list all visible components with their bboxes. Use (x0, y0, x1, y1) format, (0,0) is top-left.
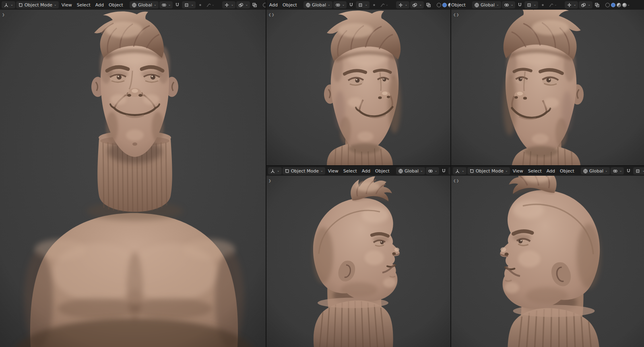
snap-settings-dropdown[interactable]: ⌄ (356, 1, 369, 8)
sculpt-three-quarter-view[interactable] (451, 10, 644, 165)
show-overlays-dropdown[interactable]: ⌄ (579, 1, 592, 8)
toggle-xray-button[interactable] (593, 2, 601, 8)
proportional-editing-icon (372, 2, 377, 8)
menu-select[interactable]: Select (75, 2, 93, 8)
editor-type-button[interactable]: ⌄ (268, 167, 282, 175)
snap-settings-dropdown[interactable]: ⌄ (524, 1, 538, 8)
proportional-falloff-dropdown[interactable]: ⌄ (205, 2, 216, 8)
sculpt-profile-view[interactable] (451, 176, 644, 347)
toggle-xray-icon (594, 2, 600, 8)
show-gizmo-dropdown[interactable]: ⌄ (222, 1, 236, 8)
pivot-point-dropdown[interactable]: ⌄ (426, 167, 440, 175)
viewport-profile-right[interactable]: ❯ (266, 176, 450, 347)
3d-viewport-editor-icon (455, 168, 460, 174)
snap-settings-dropdown[interactable]: ⌄ (182, 1, 196, 8)
pivot-point-dropdown[interactable]: ⌄ (159, 1, 173, 8)
shading-wireframe-button[interactable] (263, 3, 266, 7)
menu-select[interactable]: Select (526, 168, 544, 175)
menu-view[interactable]: View (60, 2, 74, 8)
snap-toggle[interactable] (440, 168, 448, 175)
menu-add[interactable]: Add (360, 168, 372, 175)
shading-rendered-button[interactable] (622, 3, 627, 7)
pivot-point-dropdown[interactable]: ⌄ (611, 167, 624, 175)
area-three-quarter-b: ⌄ Object Mode ⌄ View Select Add Object G… (451, 0, 644, 166)
toggle-xray-button[interactable] (425, 2, 432, 8)
transform-orientation-dropdown[interactable]: Global ⌄ (581, 167, 610, 175)
menu-object[interactable]: Object (281, 2, 299, 8)
transform-orientation-dropdown[interactable]: Global ⌄ (472, 1, 501, 8)
shading-material-button[interactable] (448, 3, 450, 7)
snap-toggle[interactable] (625, 168, 632, 175)
menu-add[interactable]: Add (545, 168, 557, 175)
sculpt-front-view[interactable] (0, 10, 266, 347)
menu-view[interactable]: View (511, 168, 525, 175)
transform-orientation-dropdown[interactable]: Global ⌄ (130, 1, 159, 8)
shading-solid-button[interactable] (442, 3, 447, 7)
region-expand-icon[interactable]: ❯ (2, 13, 5, 17)
pivot-point-dropdown[interactable]: ⌄ (333, 1, 347, 8)
proportional-falloff-dropdown[interactable]: ⌄ (379, 2, 390, 8)
show-overlays-dropdown[interactable]: ⌄ (410, 1, 424, 8)
snap-settings-dropdown[interactable]: ⌄ (448, 167, 450, 175)
snap-magnet-icon (441, 168, 446, 174)
show-overlays-dropdown[interactable]: ⌄ (236, 1, 250, 8)
mode-dropdown[interactable]: Object Mode ⌄ (283, 167, 325, 175)
menu-object[interactable]: Object (451, 2, 468, 8)
viewport-header-three-quarter-a: ⌄ Object Mode ⌄ View Select Add Object G… (266, 0, 450, 10)
show-gizmo-dropdown[interactable]: ⌄ (565, 1, 578, 8)
menu-select[interactable]: Select (341, 168, 359, 175)
region-expand-icon[interactable]: ❮❯ (453, 13, 459, 17)
viewport-header-profile-b: ⌄ Object Mode ⌄ View Select Add Object G… (451, 166, 644, 176)
menu-object[interactable]: Object (107, 2, 125, 8)
proportional-editing-toggle[interactable] (370, 2, 378, 8)
shading-material-button[interactable] (617, 3, 621, 7)
chevron-down-icon: ⌄ (627, 3, 630, 6)
mode-label: Object Mode (25, 2, 52, 8)
sculpt-profile-view[interactable] (266, 176, 450, 347)
sculpt-three-quarter-view[interactable] (266, 10, 450, 165)
toggle-xray-button[interactable] (251, 2, 258, 8)
chevron-down-icon: ⌄ (231, 3, 234, 6)
snap-toggle[interactable] (516, 2, 524, 8)
snap-toggle[interactable] (173, 2, 181, 8)
transform-orientation-dropdown[interactable]: Global ⌄ (303, 1, 332, 8)
editor-type-button[interactable]: ⌄ (2, 1, 15, 8)
region-expand-icon[interactable]: ❯ (268, 179, 272, 183)
menu-object[interactable]: Object (558, 168, 576, 175)
shading-wireframe-button[interactable] (437, 3, 441, 7)
editor-type-button[interactable]: ⌄ (453, 167, 466, 175)
proportional-editing-toggle[interactable] (196, 2, 204, 8)
menu-view[interactable]: View (326, 168, 341, 175)
menu-add[interactable]: Add (93, 2, 106, 8)
chevron-down-icon: ⌄ (619, 169, 622, 172)
viewport-three-quarter-right[interactable]: ❮❯ (266, 10, 450, 165)
snap-settings-dropdown[interactable]: ⌄ (633, 167, 644, 175)
proportional-editing-toggle[interactable] (539, 2, 547, 8)
mode-label: Object Mode (476, 168, 504, 174)
proportional-falloff-icon (206, 2, 211, 8)
region-expand-icon[interactable]: ❮❯ (453, 179, 459, 183)
region-expand-icon[interactable]: ❮❯ (268, 13, 275, 17)
shading-solid-button[interactable] (611, 3, 615, 7)
viewport-profile-left[interactable]: ❮❯ (451, 176, 644, 347)
show-gizmo-dropdown[interactable]: ⌄ (396, 1, 410, 8)
viewport-front[interactable]: ❯ (0, 10, 266, 347)
pivot-point-icon (161, 2, 167, 8)
3d-viewport-editor-icon (4, 2, 9, 8)
snap-toggle[interactable] (347, 2, 355, 8)
object-mode-icon (469, 168, 475, 174)
pivot-point-dropdown[interactable]: ⌄ (502, 1, 516, 8)
chevron-down-icon: ⌄ (212, 3, 215, 6)
global-orientation-icon (583, 168, 588, 174)
shading-wireframe-button[interactable] (605, 3, 610, 7)
viewport-three-quarter-left[interactable]: ❮❯ (451, 10, 644, 165)
mode-dropdown[interactable]: Object Mode ⌄ (467, 167, 510, 175)
area-three-quarter-a: ⌄ Object Mode ⌄ View Select Add Object G… (266, 0, 450, 166)
sculpt-container (266, 176, 450, 347)
menu-add[interactable]: Add (267, 2, 280, 8)
chevron-down-icon: ⌄ (588, 3, 590, 6)
mode-dropdown[interactable]: Object Mode ⌄ (16, 1, 59, 8)
proportional-falloff-dropdown[interactable]: ⌄ (547, 2, 558, 8)
menu-object[interactable]: Object (373, 168, 392, 175)
transform-orientation-dropdown[interactable]: Global ⌄ (396, 167, 425, 175)
